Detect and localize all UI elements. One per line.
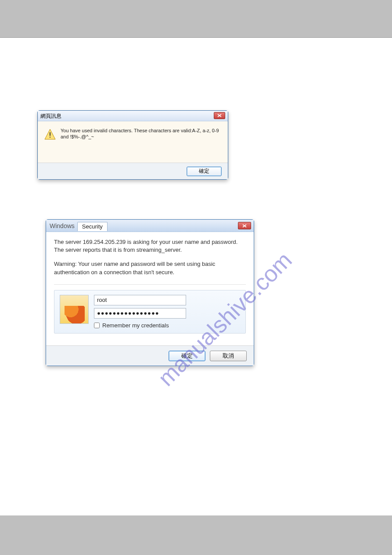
page-footer-band	[0, 515, 392, 555]
message-box-title: 網頁訊息	[40, 113, 61, 119]
close-icon[interactable]	[238, 222, 251, 229]
ok-button[interactable]: 確定	[169, 351, 205, 361]
credential-body: The server 169.254.205.239 is asking for…	[46, 232, 254, 337]
credential-footer: 確定 取消	[46, 345, 254, 366]
password-field[interactable]	[94, 308, 186, 319]
cancel-button[interactable]: 取消	[210, 351, 247, 361]
message-box-text: You have used invalid characters. These …	[61, 127, 222, 163]
close-icon[interactable]	[214, 112, 225, 119]
message-box-footer: 確定	[38, 163, 228, 179]
remember-checkbox-input[interactable]	[94, 323, 100, 328]
remember-credentials-checkbox[interactable]: Remember my credentials	[94, 322, 240, 329]
user-avatar-icon	[60, 295, 89, 324]
remember-label: Remember my credentials	[102, 322, 169, 329]
message-box-dialog: 網頁訊息 You have used invalid characters. T…	[37, 110, 228, 180]
message-box-titlebar[interactable]: 網頁訊息	[38, 111, 228, 121]
credential-paragraph-1: The server 169.254.205.239 is asking for…	[54, 238, 246, 254]
message-box-body: You have used invalid characters. These …	[38, 121, 228, 163]
credential-input-box: Remember my credentials	[54, 290, 246, 334]
svg-rect-2	[50, 137, 50, 138]
credential-fields: Remember my credentials	[94, 295, 240, 329]
username-field[interactable]	[94, 295, 186, 305]
credential-title-tab: Security	[77, 222, 108, 231]
credential-titlebar[interactable]: Windows Security	[46, 220, 254, 232]
credential-paragraph-2: Warning: Your user name and password wil…	[54, 260, 246, 276]
divider	[54, 284, 246, 285]
credential-title-prefix: Windows	[50, 222, 75, 229]
page-header-band	[0, 0, 392, 36]
ok-button[interactable]: 確定	[187, 167, 222, 176]
document-page: 網頁訊息 You have used invalid characters. T…	[0, 37, 392, 515]
credential-dialog: Windows Security The server 169.254.205.…	[46, 219, 254, 366]
warning-icon	[44, 128, 56, 141]
svg-rect-1	[50, 132, 50, 136]
